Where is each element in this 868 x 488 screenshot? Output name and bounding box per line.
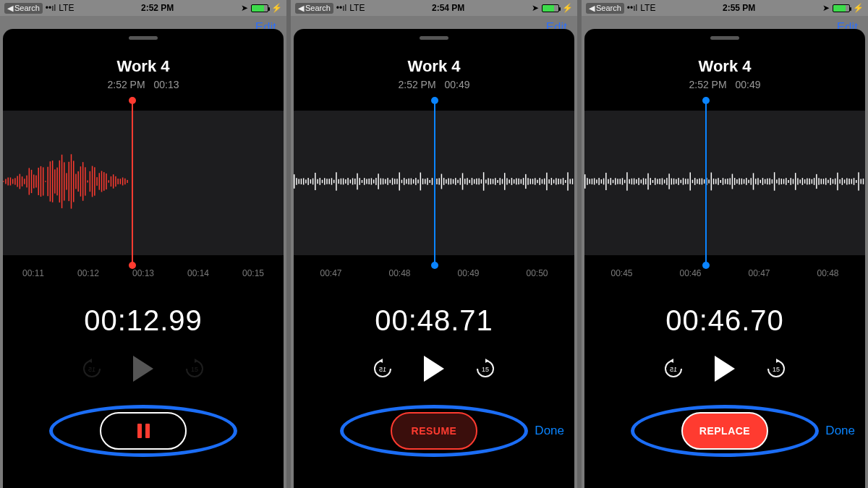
svg-rect-262 bbox=[781, 179, 782, 184]
recording-title[interactable]: Work 4 bbox=[584, 57, 865, 76]
svg-rect-247 bbox=[746, 178, 746, 185]
svg-rect-267 bbox=[793, 179, 793, 184]
edit-button[interactable]: Edit bbox=[291, 16, 577, 30]
svg-rect-181 bbox=[592, 179, 592, 184]
svg-rect-226 bbox=[697, 179, 697, 184]
waveform-area[interactable] bbox=[3, 111, 284, 255]
svg-rect-69 bbox=[324, 178, 325, 184]
waveform-area[interactable] bbox=[294, 111, 574, 255]
svg-rect-5 bbox=[14, 178, 15, 184]
edit-button[interactable]: Edit bbox=[0, 16, 286, 30]
svg-rect-84 bbox=[359, 178, 360, 185]
svg-rect-29 bbox=[71, 154, 72, 208]
svg-rect-285 bbox=[835, 179, 835, 184]
playhead[interactable] bbox=[434, 100, 435, 265]
playhead[interactable] bbox=[132, 100, 133, 265]
ruler-tick: 00:13 bbox=[132, 268, 154, 278]
svg-rect-190 bbox=[613, 180, 613, 184]
playhead[interactable] bbox=[705, 100, 707, 265]
svg-rect-12 bbox=[31, 170, 32, 193]
svg-rect-103 bbox=[404, 178, 404, 185]
svg-rect-169 bbox=[558, 179, 558, 184]
svg-rect-286 bbox=[837, 173, 838, 190]
recording-title[interactable]: Work 4 bbox=[3, 57, 284, 76]
drag-handle[interactable] bbox=[129, 36, 158, 40]
svg-rect-90 bbox=[373, 179, 374, 183]
svg-rect-225 bbox=[694, 178, 695, 185]
svg-rect-283 bbox=[830, 178, 830, 185]
back-to-search[interactable]: ◀ Search bbox=[4, 3, 43, 14]
done-button[interactable]: Done bbox=[535, 424, 564, 438]
svg-rect-167 bbox=[553, 179, 554, 183]
svg-rect-114 bbox=[430, 180, 430, 183]
edit-button[interactable]: Edit bbox=[582, 16, 868, 30]
svg-rect-10 bbox=[26, 176, 27, 188]
time-ruler: 00:4500:4600:4700:48 bbox=[584, 268, 865, 278]
svg-rect-92 bbox=[378, 174, 378, 189]
replace-record-button[interactable]: REPLACE bbox=[681, 412, 768, 450]
svg-rect-97 bbox=[390, 180, 391, 184]
svg-rect-159 bbox=[535, 178, 535, 184]
charging-icon: ⚡ bbox=[271, 3, 282, 13]
svg-rect-125 bbox=[455, 178, 456, 185]
svg-rect-266 bbox=[791, 178, 791, 185]
svg-rect-50 bbox=[120, 179, 121, 184]
status-bar: ◀ Search ••ıl LTE 2:52 PM ➤ ⚡ bbox=[0, 0, 286, 16]
svg-rect-193 bbox=[619, 179, 620, 184]
play-button[interactable] bbox=[715, 356, 735, 382]
svg-rect-40 bbox=[96, 177, 97, 186]
svg-rect-119 bbox=[441, 174, 442, 189]
svg-rect-244 bbox=[739, 179, 739, 185]
svg-rect-141 bbox=[493, 179, 493, 184]
svg-rect-156 bbox=[527, 178, 528, 184]
waveform-area[interactable] bbox=[584, 111, 865, 255]
svg-rect-219 bbox=[681, 180, 681, 184]
svg-rect-282 bbox=[827, 180, 828, 184]
recording-title[interactable]: Work 4 bbox=[294, 57, 574, 76]
skip-back-15-button[interactable]: 15 bbox=[663, 358, 684, 380]
svg-rect-22 bbox=[54, 169, 55, 193]
play-button[interactable] bbox=[133, 356, 153, 382]
skip-forward-15-button[interactable]: 15 bbox=[765, 358, 787, 380]
resume-record-button[interactable]: RESUME bbox=[391, 412, 477, 450]
pause-record-button[interactable] bbox=[100, 412, 187, 450]
skip-forward-15-button[interactable]: 15 bbox=[184, 358, 205, 380]
svg-rect-63 bbox=[310, 179, 311, 184]
svg-rect-249 bbox=[751, 178, 752, 184]
svg-rect-110 bbox=[420, 173, 421, 191]
location-icon: ➤ bbox=[822, 3, 830, 13]
drag-handle[interactable] bbox=[710, 36, 739, 40]
network-label: LTE bbox=[640, 3, 655, 13]
svg-rect-196 bbox=[626, 172, 627, 190]
svg-rect-46 bbox=[111, 176, 111, 187]
svg-rect-19 bbox=[47, 167, 48, 196]
ruler-tick: 00:48 bbox=[817, 268, 838, 278]
drag-handle[interactable] bbox=[420, 36, 448, 40]
play-button[interactable] bbox=[424, 356, 444, 382]
svg-rect-32 bbox=[77, 171, 78, 192]
svg-rect-221 bbox=[685, 179, 686, 184]
svg-rect-44 bbox=[106, 174, 106, 189]
svg-rect-287 bbox=[839, 179, 840, 184]
status-bar: ◀ Search ••ıl LTE 2:55 PM ➤ ⚡ bbox=[582, 0, 868, 16]
svg-rect-231 bbox=[708, 179, 709, 183]
svg-rect-108 bbox=[415, 178, 416, 185]
svg-rect-41 bbox=[99, 173, 100, 189]
back-to-search[interactable]: ◀ Search bbox=[586, 3, 624, 14]
svg-rect-123 bbox=[451, 179, 451, 184]
time-ruler: 00:1100:1200:1300:1400:15 bbox=[3, 268, 284, 278]
skip-forward-15-button[interactable]: 15 bbox=[475, 358, 496, 380]
svg-rect-135 bbox=[478, 179, 479, 185]
svg-rect-17 bbox=[43, 167, 43, 195]
done-button[interactable]: Done bbox=[825, 424, 855, 438]
svg-rect-96 bbox=[387, 178, 388, 185]
svg-rect-278 bbox=[818, 178, 819, 184]
battery-icon bbox=[542, 4, 559, 12]
svg-rect-152 bbox=[518, 179, 519, 184]
svg-rect-290 bbox=[846, 178, 847, 184]
network-label: LTE bbox=[59, 3, 74, 13]
back-to-search[interactable]: ◀ Search bbox=[295, 3, 333, 14]
skip-back-15-button[interactable]: 15 bbox=[372, 358, 393, 380]
skip-back-15-button[interactable]: 15 bbox=[81, 358, 103, 380]
svg-rect-150 bbox=[514, 179, 514, 184]
